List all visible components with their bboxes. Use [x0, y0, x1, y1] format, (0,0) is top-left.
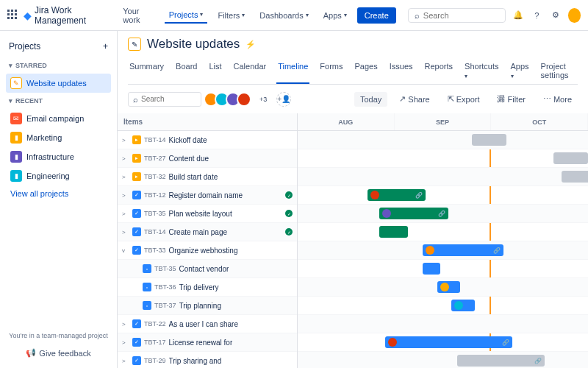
assignee-filter[interactable]: [207, 92, 251, 107]
gantt-bar[interactable]: 🔗: [385, 336, 513, 348]
expand-icon[interactable]: >: [122, 229, 129, 236]
give-feedback[interactable]: 📢Give feedback: [6, 345, 111, 361]
issue-key[interactable]: TBT-32: [144, 173, 166, 180]
expand-icon[interactable]: >: [122, 137, 129, 144]
issue-key[interactable]: TBT-29: [144, 357, 166, 364]
tab-board[interactable]: Board: [174, 57, 198, 84]
expand-icon[interactable]: >: [122, 192, 129, 199]
timeline-search-input[interactable]: [141, 95, 196, 103]
gantt-row[interactable]: [298, 297, 588, 315]
sidebar-item-email[interactable]: ✉Email campaign: [6, 109, 111, 128]
gantt-bar[interactable]: [423, 263, 440, 275]
gantt-row[interactable]: [298, 260, 588, 278]
settings-icon[interactable]: ⚙: [549, 8, 562, 23]
add-project-icon[interactable]: +: [103, 41, 108, 52]
add-assignee-button[interactable]: +👤: [276, 92, 291, 107]
filter-button[interactable]: 漏Filter: [491, 91, 531, 107]
issue-key[interactable]: TBT-35: [154, 265, 176, 272]
gantt-row[interactable]: 🔗: [298, 241, 588, 260]
gantt-row[interactable]: [298, 149, 588, 168]
notifications-icon[interactable]: 🔔: [512, 8, 524, 23]
gantt-bar[interactable]: [379, 226, 409, 238]
issue-key[interactable]: TBT-14: [144, 228, 166, 236]
sidebar-item-infrastructure[interactable]: ▮Infrastructure: [6, 147, 111, 166]
sidebar-item-website-updates[interactable]: ✎Website updates: [6, 74, 111, 93]
gantt-bar[interactable]: 🔗: [368, 189, 426, 201]
gantt-bar[interactable]: [437, 281, 461, 293]
tab-reports[interactable]: Reports: [423, 57, 455, 84]
expand-icon[interactable]: >: [122, 321, 129, 328]
timeline-item-row[interactable]: ▫TBT-37Trip planning: [118, 297, 297, 315]
gantt-bar[interactable]: [472, 134, 506, 146]
help-icon[interactable]: ?: [531, 8, 543, 23]
export-button[interactable]: ⇱Export: [442, 91, 486, 107]
view-all-projects[interactable]: View all projects: [6, 185, 111, 202]
tab-settings[interactable]: Project settings: [539, 57, 578, 84]
user-avatar[interactable]: [568, 8, 581, 23]
issue-key[interactable]: TBT-27: [144, 155, 166, 162]
gantt-bar[interactable]: [553, 152, 588, 164]
expand-icon[interactable]: v: [122, 247, 129, 254]
issue-key[interactable]: TBT-37: [154, 302, 176, 309]
gantt-row[interactable]: [298, 223, 588, 241]
expand-icon[interactable]: >: [122, 174, 129, 180]
issue-key[interactable]: TBT-22: [144, 320, 166, 328]
sidebar-item-marketing[interactable]: ▮Marketing: [6, 128, 111, 147]
timeline-item-row[interactable]: >✓TBT-17License renewal for: [118, 333, 297, 352]
gantt-row[interactable]: 🔗: [298, 186, 588, 205]
gantt-row[interactable]: [298, 131, 588, 149]
tab-timeline[interactable]: Timeline: [276, 57, 309, 84]
share-button[interactable]: ↗Share: [393, 91, 435, 107]
gantt-row[interactable]: 🔗: [298, 205, 588, 223]
tab-issues[interactable]: Issues: [388, 57, 415, 84]
tab-pages[interactable]: Pages: [354, 57, 379, 84]
gantt-bar[interactable]: [562, 171, 588, 183]
timeline-item-row[interactable]: >▸TBT-14Kickoff date: [118, 131, 297, 149]
gantt-bar[interactable]: 🔗: [379, 208, 449, 219]
issue-key[interactable]: TBT-17: [144, 339, 166, 346]
gantt-bar[interactable]: 🔗: [423, 244, 504, 256]
expand-icon[interactable]: >: [122, 339, 129, 346]
timeline-item-row[interactable]: >✓TBT-29Trip sharing and: [118, 352, 297, 368]
nav-projects[interactable]: Projects▾: [165, 7, 208, 24]
gantt-row[interactable]: [298, 315, 588, 333]
issue-key[interactable]: TBT-33: [144, 247, 166, 254]
gantt-row[interactable]: 🔗: [298, 333, 588, 352]
timeline-item-row[interactable]: >▸TBT-32Build start date: [118, 168, 297, 186]
sidebar-item-engineering[interactable]: ▮Engineering: [6, 166, 111, 185]
issue-key[interactable]: TBT-14: [144, 136, 166, 144]
gantt-row[interactable]: [298, 168, 588, 186]
timeline-item-row[interactable]: >✓TBT-35Plan website layout✓: [118, 205, 297, 223]
expand-icon[interactable]: >: [122, 210, 129, 217]
expand-icon[interactable]: >: [122, 155, 129, 162]
issue-key[interactable]: TBT-12: [144, 191, 166, 199]
timeline-item-row[interactable]: >✓TBT-14Create main page✓: [118, 223, 297, 241]
nav-dashboards[interactable]: Dashboards▾: [255, 8, 312, 23]
nav-your-work[interactable]: Your work: [118, 4, 158, 27]
tab-forms[interactable]: Forms: [318, 57, 344, 84]
tab-shortcuts[interactable]: Shortcuts ▾: [463, 57, 500, 84]
starred-group[interactable]: ▾STARRED: [6, 57, 111, 74]
timeline-item-row[interactable]: >▸TBT-27Content due: [118, 149, 297, 168]
nav-apps[interactable]: Apps▾: [319, 8, 351, 23]
app-switcher-icon[interactable]: [7, 10, 18, 21]
automation-icon[interactable]: ⚡: [245, 40, 256, 49]
create-button[interactable]: Create: [357, 7, 396, 24]
gantt-row[interactable]: [298, 278, 588, 297]
issue-key[interactable]: TBT-35: [144, 210, 166, 217]
timeline-item-row[interactable]: >✓TBT-22As a user I can share: [118, 315, 297, 333]
nav-filters[interactable]: Filters▾: [213, 8, 249, 23]
tab-list[interactable]: List: [207, 57, 223, 84]
gantt-row[interactable]: 🔗: [298, 352, 588, 368]
today-button[interactable]: Today: [354, 92, 387, 107]
tab-apps[interactable]: Apps ▾: [509, 57, 531, 84]
timeline-item-row[interactable]: >✓TBT-12Register domain name✓: [118, 186, 297, 205]
expand-icon[interactable]: >: [122, 358, 129, 364]
gantt-bar[interactable]: [451, 300, 475, 311]
timeline-search[interactable]: ⌕: [128, 92, 201, 107]
recent-group[interactable]: ▾RECENT: [6, 93, 111, 109]
avatar-overflow[interactable]: +3: [259, 96, 267, 103]
more-button[interactable]: ⋯More: [537, 91, 578, 107]
issue-key[interactable]: TBT-36: [154, 283, 176, 291]
tab-calendar[interactable]: Calendar: [232, 57, 268, 84]
